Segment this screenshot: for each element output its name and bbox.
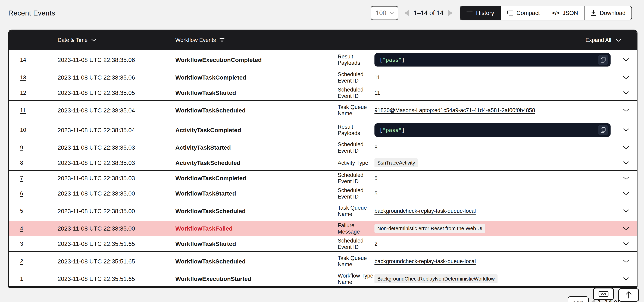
- event-row[interactable]: 1 2023-11-08 UTC 22:35:51.65 WorkflowExe…: [9, 271, 636, 286]
- event-detail: Failure Message Non-deterministic error …: [338, 222, 616, 235]
- event-row[interactable]: 9 2023-11-08 UTC 22:38:35.03 ActivityTas…: [9, 140, 636, 155]
- task-queue-link[interactable]: 91830@Masons-Laptop:ed1c54a9-ac71-41d4-a…: [374, 107, 535, 114]
- event-row[interactable]: 14 2023-11-08 UTC 22:38:35.06 WorkflowEx…: [9, 50, 636, 70]
- tab-label: Download: [600, 10, 626, 16]
- event-row[interactable]: 12 2023-11-08 UTC 22:38:35.05 WorkflowTa…: [9, 85, 636, 100]
- event-name: WorkflowTaskStarted: [175, 240, 338, 247]
- menu-icon: [466, 10, 473, 16]
- detail-label: Scheduled Event ID: [338, 86, 374, 99]
- chevron-down-icon[interactable]: [623, 58, 629, 62]
- chevron-down-icon[interactable]: [623, 242, 629, 246]
- detail-label: Scheduled Event ID: [338, 141, 374, 154]
- chevron-down-icon[interactable]: [623, 176, 629, 180]
- detail-value: 11: [374, 90, 380, 96]
- event-id-link[interactable]: 14: [20, 57, 26, 63]
- per-page-select[interactable]: 100: [370, 6, 398, 20]
- column-header-date-time[interactable]: Date & Time: [58, 37, 175, 43]
- event-row[interactable]: 7 2023-11-08 UTC 22:38:35.03 WorkflowTas…: [9, 170, 636, 186]
- chevron-down-icon[interactable]: [623, 209, 629, 213]
- prev-page-button-bottom[interactable]: [590, 300, 595, 302]
- chevron-down-icon[interactable]: [623, 161, 629, 165]
- event-history-table: Date & Time Workflow Events Expand All 1…: [8, 30, 638, 288]
- code-bracket: ]: [402, 127, 405, 133]
- chevron-down-icon[interactable]: [623, 277, 629, 281]
- table-header: Date & Time Workflow Events Expand All: [9, 30, 636, 50]
- event-detail: Scheduled Event ID 8: [338, 141, 616, 154]
- task-queue-link[interactable]: backgroundcheck-replay-task-queue-local: [374, 258, 476, 264]
- keyboard-icon: [598, 290, 608, 298]
- event-time: 2023-11-08 UTC 22:38:35.06: [58, 74, 175, 81]
- detail-label: Activity Type: [338, 160, 374, 166]
- expand-all-button[interactable]: Expand All: [338, 37, 636, 43]
- event-row[interactable]: 5 2023-11-08 UTC 22:38:35.00 WorkflowTas…: [9, 201, 636, 221]
- event-name: ActivityTaskScheduled: [175, 160, 338, 166]
- copy-button[interactable]: [598, 55, 608, 65]
- chevron-down-icon[interactable]: [623, 192, 629, 195]
- event-name: ActivityTaskStarted: [175, 144, 338, 151]
- event-detail: Scheduled Event ID 11: [338, 71, 616, 84]
- event-id-link[interactable]: 13: [20, 74, 26, 80]
- event-row[interactable]: 3 2023-11-08 UTC 22:35:51.65 WorkflowTas…: [9, 236, 636, 251]
- detail-value: 8: [374, 144, 378, 151]
- expand-all-label: Expand All: [586, 37, 612, 43]
- event-detail: Task Queue Name backgroundcheck-replay-t…: [338, 255, 616, 268]
- event-row[interactable]: 8 2023-11-08 UTC 22:38:35.03 ActivityTas…: [9, 155, 636, 170]
- chevron-down-icon[interactable]: [623, 76, 629, 79]
- event-id-link[interactable]: 2: [20, 258, 23, 264]
- prev-page-button[interactable]: [404, 10, 409, 16]
- event-id-link[interactable]: 7: [20, 175, 23, 181]
- chevron-down-icon[interactable]: [623, 108, 629, 112]
- event-row[interactable]: 4 2023-11-08 UTC 22:38:35.00 WorkflowTas…: [9, 221, 636, 236]
- event-row[interactable]: 10 2023-11-08 UTC 22:38:35.04 ActivityTa…: [9, 120, 636, 140]
- view-switcher: History Compact </> JSON Download: [460, 6, 632, 20]
- event-id-link[interactable]: 5: [20, 208, 23, 214]
- chevron-down-icon[interactable]: [623, 128, 629, 132]
- event-time: 2023-11-08 UTC 22:38:35.03: [58, 144, 175, 151]
- download-button[interactable]: Download: [584, 6, 632, 20]
- chevron-down-icon[interactable]: [623, 260, 629, 263]
- detail-label: Task Queue Name: [338, 104, 374, 117]
- keyboard-shortcuts-button[interactable]: [593, 288, 614, 300]
- chevron-down-icon[interactable]: [623, 91, 629, 95]
- tab-json[interactable]: </> JSON: [546, 6, 584, 20]
- event-name: WorkflowTaskScheduled: [175, 208, 338, 214]
- tab-compact[interactable]: Compact: [500, 6, 546, 20]
- event-id-link[interactable]: 12: [20, 90, 26, 96]
- event-name: WorkflowExecutionStarted: [175, 276, 338, 282]
- event-id-link[interactable]: 4: [20, 226, 23, 232]
- table-body: 14 2023-11-08 UTC 22:38:35.06 WorkflowEx…: [9, 50, 636, 286]
- event-id-link[interactable]: 9: [20, 144, 23, 151]
- code-string: "pass": [382, 57, 402, 63]
- event-id-link[interactable]: 10: [20, 127, 26, 133]
- event-name: WorkflowTaskStarted: [175, 190, 338, 197]
- event-row[interactable]: 2 2023-11-08 UTC 22:35:51.65 WorkflowTas…: [9, 251, 636, 271]
- event-id-link[interactable]: 3: [20, 241, 23, 247]
- chevron-down-icon[interactable]: [623, 227, 629, 230]
- event-id-link[interactable]: 6: [20, 190, 23, 196]
- next-page-button[interactable]: [448, 10, 453, 16]
- copy-button[interactable]: [598, 125, 608, 135]
- event-detail: Scheduled Event ID 5: [338, 187, 616, 200]
- per-page-select-bottom[interactable]: 100: [568, 296, 589, 302]
- detail-badge: Non-deterministic error Reset from the W…: [374, 224, 485, 233]
- top-bar: Recent Events 100 1–14 of 14 History Com…: [0, 0, 644, 26]
- event-detail: Task Queue Name 91830@Masons-Laptop:ed1c…: [338, 104, 616, 117]
- detail-label: Task Queue Name: [338, 205, 374, 217]
- detail-label: Failure Message: [338, 222, 374, 235]
- event-row[interactable]: 11 2023-11-08 UTC 22:38:35.04 WorkflowTa…: [9, 100, 636, 120]
- event-name: WorkflowTaskScheduled: [175, 258, 338, 265]
- event-id-link[interactable]: 1: [20, 276, 23, 282]
- tab-history[interactable]: History: [460, 6, 500, 20]
- task-queue-link[interactable]: backgroundcheck-replay-task-queue-local: [374, 208, 476, 214]
- event-detail: Scheduled Event ID 5: [338, 172, 616, 184]
- scroll-to-top-button[interactable]: [618, 288, 639, 302]
- event-id-link[interactable]: 8: [20, 160, 23, 166]
- event-id-link[interactable]: 11: [20, 107, 26, 113]
- payload-code-block: ["pass"]: [374, 123, 610, 137]
- column-header-workflow-events[interactable]: Workflow Events: [175, 37, 338, 43]
- code-bracket: [: [380, 57, 382, 63]
- tab-label: JSON: [562, 10, 578, 16]
- event-row[interactable]: 13 2023-11-08 UTC 22:38:35.06 WorkflowTa…: [9, 70, 636, 85]
- chevron-down-icon[interactable]: [623, 146, 629, 150]
- event-row[interactable]: 6 2023-11-08 UTC 22:38:35.00 WorkflowTas…: [9, 186, 636, 201]
